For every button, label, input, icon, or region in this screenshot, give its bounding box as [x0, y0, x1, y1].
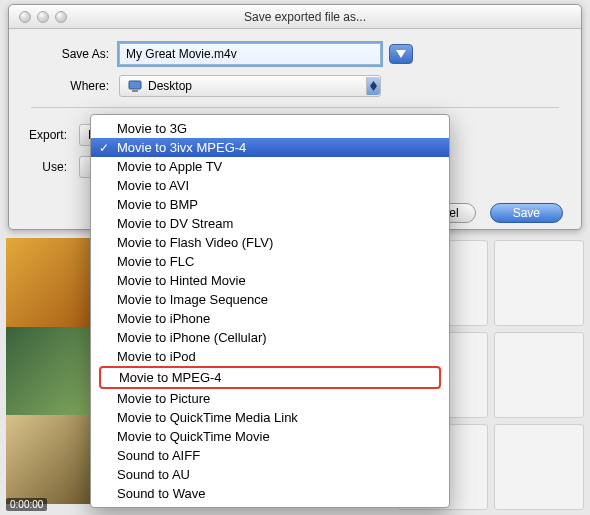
export-menu-item[interactable]: Movie to Flash Video (FLV) — [91, 233, 449, 252]
export-menu-item[interactable]: Movie to QuickTime Movie — [91, 427, 449, 446]
export-menu-item[interactable]: Movie to 3ivx MPEG-4 — [91, 138, 449, 157]
thumbnail-cell[interactable] — [494, 424, 584, 510]
chevron-down-icon — [396, 50, 406, 58]
export-menu-item[interactable]: Movie to iPhone — [91, 309, 449, 328]
dialog-title: Save exported file as... — [67, 10, 581, 24]
divider — [31, 107, 559, 108]
where-popup[interactable]: Desktop — [119, 75, 381, 97]
where-value: Desktop — [148, 79, 366, 93]
saveas-label: Save As: — [31, 47, 119, 61]
export-menu-item[interactable]: Movie to Hinted Movie — [91, 271, 449, 290]
export-menu-item[interactable]: Movie to iPhone (Cellular) — [91, 328, 449, 347]
thumbnail-cell[interactable] — [494, 240, 584, 326]
export-menu-item[interactable]: Movie to iPod — [91, 347, 449, 366]
svg-rect-0 — [129, 81, 141, 89]
updown-icon — [366, 77, 380, 95]
saveas-input[interactable] — [119, 43, 381, 65]
export-menu-item[interactable]: Movie to MPEG-4 — [99, 366, 441, 389]
thumbnail-cell[interactable] — [494, 332, 584, 418]
where-label: Where: — [31, 79, 119, 93]
use-label: Use: — [23, 160, 71, 174]
export-menu-item[interactable]: Movie to Picture — [91, 389, 449, 408]
export-menu-item[interactable]: Sound to AU — [91, 465, 449, 484]
background-video-thumbnail — [6, 238, 94, 504]
export-menu-item[interactable]: Sound to AIFF — [91, 446, 449, 465]
export-menu-item[interactable]: Movie to 3G — [91, 119, 449, 138]
minimize-icon[interactable] — [37, 11, 49, 23]
export-label: Export: — [23, 128, 71, 142]
zoom-icon[interactable] — [55, 11, 67, 23]
export-menu-item[interactable]: Sound to Wave — [91, 484, 449, 503]
expand-browser-button[interactable] — [389, 44, 413, 64]
export-menu-item[interactable]: Movie to Apple TV — [91, 157, 449, 176]
export-menu-item[interactable]: Movie to Image Sequence — [91, 290, 449, 309]
timecode-badge: 0:00:00 — [6, 498, 47, 511]
svg-rect-1 — [132, 90, 138, 92]
export-format-menu: Movie to 3GMovie to 3ivx MPEG-4Movie to … — [90, 114, 450, 508]
titlebar: Save exported file as... — [9, 5, 581, 29]
export-menu-item[interactable]: Movie to FLC — [91, 252, 449, 271]
close-icon[interactable] — [19, 11, 31, 23]
export-menu-item[interactable]: Movie to BMP — [91, 195, 449, 214]
desktop-icon — [128, 79, 142, 93]
export-menu-item[interactable]: Movie to QuickTime Media Link — [91, 408, 449, 427]
export-menu-item[interactable]: Movie to DV Stream — [91, 214, 449, 233]
export-menu-item[interactable]: Movie to AVI — [91, 176, 449, 195]
save-button[interactable]: Save — [490, 203, 563, 223]
